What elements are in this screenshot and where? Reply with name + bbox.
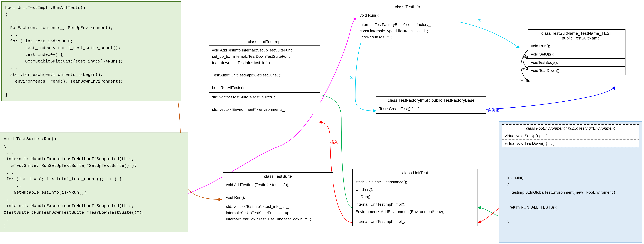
uml-section: void AddTestInfo(TestInfo* test_info); v… xyxy=(223,180,333,202)
uml-section: std::vector<TestSuite*> test_suites_; st… xyxy=(209,93,320,114)
uml-testsuite: class TestSuite void AddTestInfo(TestInf… xyxy=(223,172,333,224)
uml-row: void TearDown(); xyxy=(528,67,625,75)
uml-section: static UnitTest* GetInstance(); UnitTest… xyxy=(353,177,478,217)
code-runalltests: bool UnitTestImpl::RunAllTests() { ... F… xyxy=(2,2,181,101)
uml-section: Test* CreateTest() { ... } xyxy=(376,104,486,113)
uml-unittestimpl: class UnitTestImpl void AddTestInfo(inte… xyxy=(209,38,320,114)
uml-title: class TestInfo xyxy=(357,3,458,11)
uml-unittest: class UnitTest static UnitTest* GetInsta… xyxy=(352,169,478,226)
uml-section: internal::UnitTestImpl* impl_; xyxy=(353,217,478,226)
uml-section: internal::TestFactoryBase* const factory… xyxy=(357,20,458,42)
uml-title: class UnitTestImpl xyxy=(209,38,320,46)
uml-section: void AddTestInfo(internal::SetUpTestSuit… xyxy=(209,46,320,93)
uml-fooenvironment: class FooEnvironment : public testing::E… xyxy=(502,124,639,147)
main-code: int main() { ::testing:: AddGlobalTestEn… xyxy=(507,174,639,226)
uml-row: void SetUp(); xyxy=(528,50,625,59)
uml-title: class TestFactoryImpl : public TestFacto… xyxy=(376,97,486,104)
label-insert: 插入 xyxy=(330,139,338,145)
uml-testfactoryimpl: class TestFactoryImpl : public TestFacto… xyxy=(376,96,486,114)
uml-title: class UnitTest xyxy=(353,169,478,177)
uml-section: void Run(); xyxy=(357,11,458,20)
uml-row: voidTestBody(); xyxy=(528,59,625,67)
uml-section: std::vector<TestInfo*> test_info_list_; … xyxy=(223,202,333,224)
uml-title: class TestSuite xyxy=(223,173,333,180)
label-n2: ② xyxy=(478,18,481,23)
label-nb: ② xyxy=(522,67,525,70)
label-n1: ① xyxy=(350,75,353,80)
label-nc: ③ xyxy=(520,78,523,82)
uml-title: class FooEnvironment : public testing::E… xyxy=(502,125,639,132)
blue-panel: class FooEnvironment : public testing::E… xyxy=(499,121,642,243)
uml-title: class TestSuitName_TestName_TEST : publi… xyxy=(528,30,625,42)
label-instantiate: 实例化 xyxy=(488,107,499,113)
uml-section: virtual void SetUp() { … } xyxy=(502,132,639,140)
uml-testinfo: class TestInfo void Run(); internal::Tes… xyxy=(356,3,458,42)
uml-section: virtual void TearDown() { … } xyxy=(502,140,639,147)
code-testsuite-run: void TestSuite::Run() { ... internal::Ha… xyxy=(0,133,188,232)
label-na: ① xyxy=(524,56,527,59)
uml-row: void Run(); xyxy=(528,42,625,50)
uml-testsuitname: class TestSuitName_TestName_TEST : publi… xyxy=(528,29,626,75)
